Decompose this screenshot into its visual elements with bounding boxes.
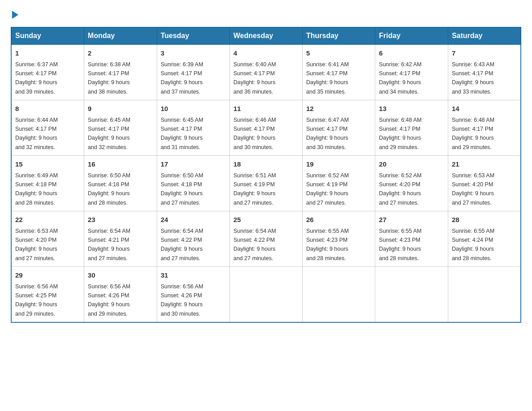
day-number: 31	[161, 270, 226, 281]
day-number: 19	[306, 159, 372, 170]
day-info: Sunrise: 6:53 AMSunset: 4:20 PMDaylight:…	[452, 172, 494, 206]
calendar-cell: 28 Sunrise: 6:55 AMSunset: 4:24 PMDaylig…	[448, 211, 521, 267]
day-number: 28	[452, 215, 517, 225]
day-info: Sunrise: 6:38 AMSunset: 4:17 PMDaylight:…	[88, 61, 130, 95]
calendar-cell: 25 Sunrise: 6:54 AMSunset: 4:22 PMDaylig…	[230, 211, 303, 267]
logo-line1	[11, 11, 18, 19]
calendar-header-row: SundayMondayTuesdayWednesdayThursdayFrid…	[11, 27, 521, 45]
calendar-cell	[302, 267, 375, 323]
day-number: 13	[379, 104, 444, 114]
column-header-saturday: Saturday	[448, 27, 521, 45]
calendar-cell: 11 Sunrise: 6:46 AMSunset: 4:17 PMDaylig…	[230, 100, 303, 156]
day-info: Sunrise: 6:53 AMSunset: 4:20 PMDaylight:…	[15, 228, 58, 261]
calendar-week-row: 22 Sunrise: 6:53 AMSunset: 4:20 PMDaylig…	[11, 211, 521, 267]
column-header-thursday: Thursday	[302, 27, 375, 45]
day-info: Sunrise: 6:55 AMSunset: 4:23 PMDaylight:…	[306, 228, 349, 261]
column-header-sunday: Sunday	[11, 27, 84, 45]
day-info: Sunrise: 6:56 AMSunset: 4:25 PMDaylight:…	[15, 283, 58, 317]
day-info: Sunrise: 6:50 AMSunset: 4:18 PMDaylight:…	[88, 172, 130, 206]
calendar-cell: 4 Sunrise: 6:40 AMSunset: 4:17 PMDayligh…	[230, 45, 303, 100]
logo-arrow-icon	[12, 11, 18, 19]
day-number: 4	[233, 48, 299, 59]
calendar-cell: 8 Sunrise: 6:44 AMSunset: 4:17 PMDayligh…	[11, 100, 84, 156]
day-number: 9	[88, 104, 153, 114]
day-number: 22	[15, 215, 80, 225]
day-info: Sunrise: 6:42 AMSunset: 4:17 PMDaylight:…	[379, 61, 421, 95]
calendar-cell: 7 Sunrise: 6:43 AMSunset: 4:17 PMDayligh…	[448, 45, 521, 100]
day-info: Sunrise: 6:54 AMSunset: 4:22 PMDaylight:…	[161, 228, 203, 261]
calendar-cell: 2 Sunrise: 6:38 AMSunset: 4:17 PMDayligh…	[84, 45, 157, 100]
day-number: 1	[15, 48, 80, 59]
day-info: Sunrise: 6:52 AMSunset: 4:19 PMDaylight:…	[306, 172, 349, 206]
day-number: 23	[88, 215, 153, 225]
day-number: 10	[161, 104, 226, 114]
calendar-cell	[375, 267, 448, 323]
day-number: 18	[233, 159, 299, 170]
logo	[11, 11, 18, 18]
day-number: 8	[15, 104, 80, 114]
day-info: Sunrise: 6:40 AMSunset: 4:17 PMDaylight:…	[233, 61, 276, 95]
day-number: 5	[306, 48, 372, 59]
day-number: 20	[379, 159, 444, 170]
day-info: Sunrise: 6:54 AMSunset: 4:22 PMDaylight:…	[233, 228, 276, 261]
calendar-cell: 17 Sunrise: 6:50 AMSunset: 4:18 PMDaylig…	[157, 156, 230, 211]
day-info: Sunrise: 6:48 AMSunset: 4:17 PMDaylight:…	[379, 117, 421, 150]
column-header-friday: Friday	[375, 27, 448, 45]
calendar-cell: 20 Sunrise: 6:52 AMSunset: 4:20 PMDaylig…	[375, 156, 448, 211]
day-info: Sunrise: 6:56 AMSunset: 4:26 PMDaylight:…	[88, 283, 130, 317]
calendar-cell: 14 Sunrise: 6:48 AMSunset: 4:17 PMDaylig…	[448, 100, 521, 156]
calendar-cell: 26 Sunrise: 6:55 AMSunset: 4:23 PMDaylig…	[302, 211, 375, 267]
column-header-monday: Monday	[84, 27, 157, 45]
calendar-cell: 27 Sunrise: 6:55 AMSunset: 4:23 PMDaylig…	[375, 211, 448, 267]
calendar-cell: 9 Sunrise: 6:45 AMSunset: 4:17 PMDayligh…	[84, 100, 157, 156]
calendar-cell: 24 Sunrise: 6:54 AMSunset: 4:22 PMDaylig…	[157, 211, 230, 267]
day-info: Sunrise: 6:44 AMSunset: 4:17 PMDaylight:…	[15, 117, 58, 150]
calendar-cell: 19 Sunrise: 6:52 AMSunset: 4:19 PMDaylig…	[302, 156, 375, 211]
day-info: Sunrise: 6:47 AMSunset: 4:17 PMDaylight:…	[306, 117, 349, 150]
calendar-week-row: 29 Sunrise: 6:56 AMSunset: 4:25 PMDaylig…	[11, 267, 521, 323]
day-number: 6	[379, 48, 444, 59]
day-number: 3	[161, 48, 226, 59]
calendar-cell: 16 Sunrise: 6:50 AMSunset: 4:18 PMDaylig…	[84, 156, 157, 211]
calendar-cell: 30 Sunrise: 6:56 AMSunset: 4:26 PMDaylig…	[84, 267, 157, 323]
day-info: Sunrise: 6:46 AMSunset: 4:17 PMDaylight:…	[233, 117, 276, 150]
calendar-cell: 5 Sunrise: 6:41 AMSunset: 4:17 PMDayligh…	[302, 45, 375, 100]
calendar-cell: 13 Sunrise: 6:48 AMSunset: 4:17 PMDaylig…	[375, 100, 448, 156]
day-number: 26	[306, 215, 372, 225]
day-info: Sunrise: 6:50 AMSunset: 4:18 PMDaylight:…	[161, 172, 203, 206]
calendar-cell	[230, 267, 303, 323]
day-number: 11	[233, 104, 299, 114]
calendar-cell: 21 Sunrise: 6:53 AMSunset: 4:20 PMDaylig…	[448, 156, 521, 211]
calendar-cell: 12 Sunrise: 6:47 AMSunset: 4:17 PMDaylig…	[302, 100, 375, 156]
day-info: Sunrise: 6:37 AMSunset: 4:17 PMDaylight:…	[15, 61, 58, 95]
calendar-cell	[448, 267, 521, 323]
calendar-cell: 1 Sunrise: 6:37 AMSunset: 4:17 PMDayligh…	[11, 45, 84, 100]
day-number: 24	[161, 215, 226, 225]
day-number: 16	[88, 159, 153, 170]
day-info: Sunrise: 6:52 AMSunset: 4:20 PMDaylight:…	[379, 172, 421, 206]
day-number: 17	[161, 159, 226, 170]
day-number: 30	[88, 270, 153, 281]
day-number: 25	[233, 215, 299, 225]
day-info: Sunrise: 6:41 AMSunset: 4:17 PMDaylight:…	[306, 61, 349, 95]
calendar-cell: 31 Sunrise: 6:56 AMSunset: 4:26 PMDaylig…	[157, 267, 230, 323]
column-header-tuesday: Tuesday	[157, 27, 230, 45]
day-info: Sunrise: 6:55 AMSunset: 4:23 PMDaylight:…	[379, 228, 421, 261]
day-info: Sunrise: 6:54 AMSunset: 4:21 PMDaylight:…	[88, 228, 130, 261]
day-info: Sunrise: 6:55 AMSunset: 4:24 PMDaylight:…	[452, 228, 494, 261]
day-info: Sunrise: 6:45 AMSunset: 4:17 PMDaylight:…	[161, 117, 203, 150]
day-number: 12	[306, 104, 372, 114]
calendar-cell: 22 Sunrise: 6:53 AMSunset: 4:20 PMDaylig…	[11, 211, 84, 267]
day-number: 29	[15, 270, 80, 281]
day-info: Sunrise: 6:43 AMSunset: 4:17 PMDaylight:…	[452, 61, 494, 95]
day-info: Sunrise: 6:48 AMSunset: 4:17 PMDaylight:…	[452, 117, 494, 150]
day-number: 21	[452, 159, 517, 170]
calendar-cell: 10 Sunrise: 6:45 AMSunset: 4:17 PMDaylig…	[157, 100, 230, 156]
calendar-cell: 15 Sunrise: 6:49 AMSunset: 4:18 PMDaylig…	[11, 156, 84, 211]
day-number: 27	[379, 215, 444, 225]
column-header-wednesday: Wednesday	[230, 27, 303, 45]
calendar-cell: 18 Sunrise: 6:51 AMSunset: 4:19 PMDaylig…	[230, 156, 303, 211]
calendar-week-row: 1 Sunrise: 6:37 AMSunset: 4:17 PMDayligh…	[11, 45, 521, 100]
day-info: Sunrise: 6:39 AMSunset: 4:17 PMDaylight:…	[161, 61, 203, 95]
page-header	[11, 11, 521, 18]
